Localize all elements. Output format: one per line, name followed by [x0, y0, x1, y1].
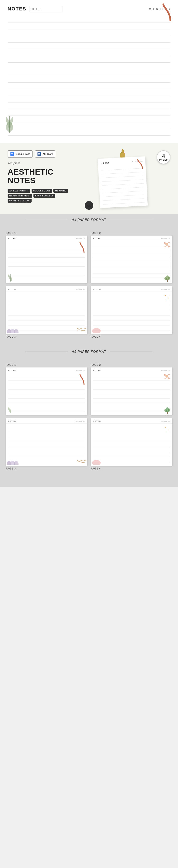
- notes-line: [8, 102, 170, 109]
- a5-page2-lines: [91, 373, 172, 415]
- a5-page1-header: NOTES M T W T F S S: [6, 368, 87, 373]
- a5-page2-plant-deco: [164, 406, 170, 414]
- a5-page3-header: NOTES M T W T F S S: [6, 418, 87, 424]
- page1-lines: [6, 241, 87, 283]
- a4-pages-grid: PAGE 1 NOTES M T W T F S S: [6, 231, 172, 339]
- svg-point-30: [164, 374, 166, 376]
- a5-page4-header: NOTES M T W T F S S: [91, 418, 172, 424]
- mini-note-header: NOTES M T W T F S S: [100, 160, 142, 164]
- gdocs-icon: [10, 152, 14, 156]
- arch-decoration: [161, 2, 173, 21]
- pages-badge: 4 PAGES: [157, 150, 170, 164]
- page4-days: M T W T F S S: [161, 289, 170, 290]
- svg-text:✦: ✦: [168, 429, 169, 431]
- mini-lines: [101, 164, 145, 205]
- page1-days: M T W T F S S: [76, 238, 85, 239]
- page3-mountains-deco: [7, 326, 19, 333]
- notes-header: NOTES M T W T F S S: [8, 6, 170, 12]
- svg-rect-3: [11, 154, 13, 154]
- page1-header: NOTES M T W T F S S: [6, 236, 87, 241]
- mini-note-card: NOTES M T W T F S S: [98, 156, 148, 208]
- a5-page3-mountains-deco: [7, 458, 19, 465]
- a5-page4-notes-label: NOTES: [93, 420, 101, 422]
- a5-section-title: A5 PAPER FORMAT: [72, 350, 106, 353]
- a4-page-1-container: PAGE 1 NOTES M T W T F S S: [6, 231, 87, 283]
- a5-page4-thumb: NOTES M T W T F S S ✦ ✦ ✦: [91, 418, 172, 466]
- app-icons-row: Google Docs W MS Word: [8, 150, 69, 157]
- a5-page2-flower-deco: [163, 372, 171, 380]
- a5-page1-days: M T W T F S S: [76, 370, 85, 371]
- svg-point-29: [166, 375, 168, 378]
- notes-line: [8, 96, 170, 102]
- svg-rect-10: [122, 149, 123, 150]
- gdocs-label: Google Docs: [16, 153, 30, 155]
- page3-days: M T W T F S S: [76, 289, 85, 290]
- notes-line: [8, 36, 170, 43]
- tag-msword: MS WORD: [53, 189, 68, 193]
- svg-point-23: [14, 329, 19, 333]
- notes-line: [8, 76, 170, 83]
- svg-point-44: [92, 460, 100, 465]
- banner-section: Google Docs W MS Word Template AESTHETIC…: [0, 143, 178, 214]
- a5-page1-notes-label: NOTES: [8, 369, 16, 371]
- a5-page1-lines: [6, 373, 87, 415]
- title-input[interactable]: [29, 6, 62, 12]
- page3-waves-deco: [77, 327, 86, 332]
- page1-arch-deco: [79, 241, 86, 253]
- scroll-down-button[interactable]: ↓: [85, 201, 93, 210]
- notes-line: [8, 23, 170, 29]
- word-label: MS Word: [43, 153, 53, 155]
- svg-point-27: [92, 328, 100, 333]
- notes-line: [8, 29, 170, 36]
- title-line1: AESTHETIC: [8, 167, 53, 176]
- a4-page3-thumb: NOTES M T W T F S S: [6, 286, 87, 334]
- a4-page2-thumb: NOTES M T W T F S S: [91, 236, 172, 283]
- a4-page-2-container: PAGE 2 NOTES M T W T F S S: [91, 231, 172, 283]
- banner-right: 4 PAGES NOTES M T W T F S S: [75, 150, 170, 207]
- a4-page4-thumb: NOTES M T W T F S S ✦ ✦ ✦: [91, 286, 172, 334]
- a5-page-4-container: NOTES M T W T F S S ✦ ✦ ✦: [91, 418, 172, 471]
- a4-page-3-container: NOTES M T W T F S S: [6, 286, 87, 339]
- bottom-spacer: [0, 478, 178, 487]
- a5-page1-leaf-deco: [7, 405, 13, 414]
- notes-line: [8, 43, 170, 49]
- notes-line: [8, 122, 170, 129]
- svg-rect-4: [11, 155, 12, 155]
- a5-page2-label: PAGE 2: [91, 364, 172, 366]
- notes-lines: [8, 16, 170, 136]
- notes-line: [8, 109, 170, 116]
- a5-page4-stars-deco: ✦ ✦ ✦: [164, 425, 171, 435]
- a5-divider-left: [25, 351, 68, 352]
- page4-blob-deco: [92, 326, 103, 333]
- a5-page1-arch-deco: [79, 373, 86, 385]
- a5-page-2-container: PAGE 2 NOTES M T W T F S S: [91, 364, 172, 415]
- svg-point-32: [165, 378, 166, 379]
- notes-line: [8, 56, 170, 63]
- notes-line: [8, 116, 170, 122]
- page2-days: M T W T F S S: [161, 238, 170, 239]
- notes-label: NOTES: [8, 6, 26, 11]
- a5-divider-right: [110, 351, 153, 352]
- page2-flower-deco: [163, 240, 171, 248]
- a5-page4-blob-deco: [92, 458, 103, 465]
- a5-page2-thumb: NOTES M T W T F S S: [91, 368, 172, 415]
- notes-line: [8, 69, 170, 76]
- pages-label: PAGES: [159, 159, 168, 161]
- notes-page-preview: NOTES M T W T F S S: [0, 0, 178, 143]
- a5-page-3-container: NOTES M T W T F S S: [6, 418, 87, 471]
- svg-point-31: [168, 374, 170, 375]
- notes-line: [8, 16, 170, 23]
- a5-page-1-container: PAGE 1 NOTES M T W T F S S: [6, 364, 87, 415]
- notes-line: [8, 83, 170, 89]
- divider-right: [110, 220, 153, 220]
- a4-page4-label: PAGE 4: [91, 335, 172, 338]
- page4-header: NOTES M T W T F S S: [91, 286, 172, 292]
- banner-tags: A4 & A5 FORMAT GOOGLE DOCS MS WORD READY…: [8, 189, 69, 203]
- notes-line: [8, 63, 170, 69]
- pages-count: 4: [162, 153, 165, 159]
- page3-header: NOTES M T W T F S S: [6, 286, 87, 292]
- a5-page3-label: PAGE 3: [6, 467, 87, 470]
- page2-header: NOTES M T W T F S S: [91, 236, 172, 241]
- a5-page2-days: M T W T F S S: [161, 370, 170, 371]
- a5-page3-thumb: NOTES M T W T F S S: [6, 418, 87, 466]
